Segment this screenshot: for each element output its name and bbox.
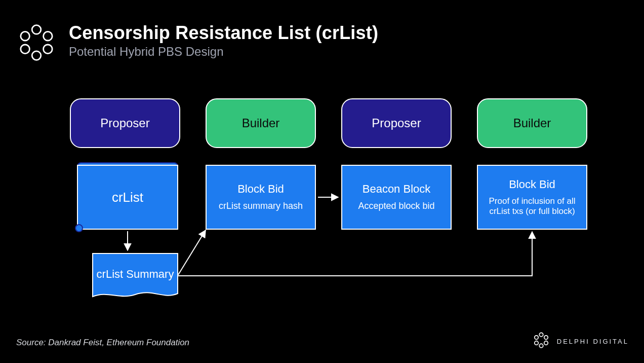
svg-point-2 — [44, 45, 53, 54]
logo-icon — [16, 22, 57, 63]
node-block-bid-2: Block Bid Proof of inclusion of all crLi… — [477, 165, 587, 230]
node-title: crList — [112, 190, 143, 205]
svg-point-4 — [21, 45, 30, 54]
svg-point-10 — [535, 341, 538, 345]
role-label: Builder — [242, 116, 280, 130]
node-title: crList Summary — [92, 253, 178, 300]
node-title: Block Bid — [509, 178, 555, 191]
node-sub: Proof of inclusion of all crList txs (or… — [485, 196, 579, 217]
slide-subtitle: Potential Hybrid PBS Design — [69, 45, 378, 59]
node-sub: crList summary hash — [219, 201, 303, 212]
node-sub: Accepted block bid — [358, 201, 434, 212]
source-citation: Source: Dankrad Feist, Ethereum Foundati… — [16, 338, 189, 348]
svg-point-1 — [44, 31, 53, 41]
arrow-summary-to-blockbid2 — [178, 232, 532, 276]
brand-text: DELPHI DIGITAL — [557, 338, 629, 345]
svg-point-3 — [32, 51, 41, 60]
node-block-bid-1: Block Bid crList summary hash — [206, 165, 316, 230]
svg-point-6 — [539, 333, 543, 336]
role-label: Proposer — [372, 116, 421, 130]
role-builder-2: Builder — [477, 98, 587, 148]
role-label: Proposer — [100, 116, 149, 130]
scroll-curl-bottom — [75, 224, 83, 232]
arrow-summary-to-blockbid1 — [178, 230, 206, 275]
svg-point-5 — [21, 31, 30, 41]
svg-point-8 — [544, 341, 548, 345]
node-title: Block Bid — [237, 183, 284, 196]
svg-point-7 — [544, 336, 548, 339]
role-proposer-1: Proposer — [70, 98, 180, 148]
brand-logo-icon — [533, 332, 550, 351]
node-crlist-summary: crList Summary — [92, 253, 178, 300]
role-proposer-2: Proposer — [341, 98, 452, 148]
node-title: Beacon Block — [363, 183, 431, 196]
diagram: Proposer Builder Proposer Builder crList… — [70, 98, 588, 311]
node-crlist: crList — [77, 165, 178, 230]
title-block: Censorship Resistance List (crList) Pote… — [69, 22, 378, 59]
svg-point-0 — [32, 25, 41, 34]
slide-title: Censorship Resistance List (crList) — [69, 22, 378, 44]
node-beacon-block: Beacon Block Accepted block bid — [341, 165, 452, 230]
slide-header: Censorship Resistance List (crList) Pote… — [16, 22, 378, 63]
brand-footer: DELPHI DIGITAL — [533, 332, 629, 351]
svg-point-9 — [539, 344, 543, 347]
role-label: Builder — [513, 116, 551, 130]
svg-point-11 — [535, 336, 538, 339]
role-builder-1: Builder — [206, 98, 316, 148]
